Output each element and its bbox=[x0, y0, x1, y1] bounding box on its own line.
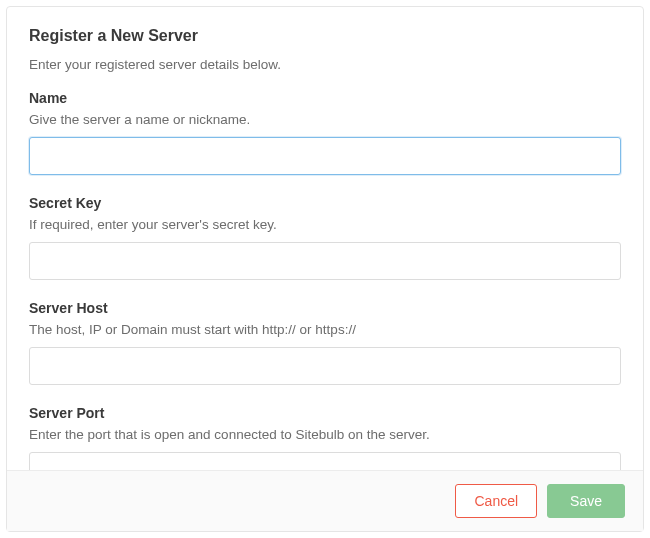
server-host-help: The host, IP or Domain must start with h… bbox=[29, 322, 621, 337]
register-server-modal: Register a New Server Enter your registe… bbox=[6, 6, 644, 532]
secret-key-help: If required, enter your server's secret … bbox=[29, 217, 621, 232]
server-host-label: Server Host bbox=[29, 300, 621, 316]
server-host-input[interactable] bbox=[29, 347, 621, 385]
server-port-input[interactable] bbox=[29, 452, 621, 470]
modal-footer: Cancel Save bbox=[7, 470, 643, 531]
field-server-port: Server Port Enter the port that is open … bbox=[29, 405, 621, 470]
name-input[interactable] bbox=[29, 137, 621, 175]
field-name: Name Give the server a name or nickname. bbox=[29, 90, 621, 175]
secret-key-label: Secret Key bbox=[29, 195, 621, 211]
modal-body: Register a New Server Enter your registe… bbox=[7, 7, 643, 470]
modal-subtitle: Enter your registered server details bel… bbox=[29, 57, 621, 72]
field-server-host: Server Host The host, IP or Domain must … bbox=[29, 300, 621, 385]
name-label: Name bbox=[29, 90, 621, 106]
save-button[interactable]: Save bbox=[547, 484, 625, 518]
name-help: Give the server a name or nickname. bbox=[29, 112, 621, 127]
server-port-help: Enter the port that is open and connecte… bbox=[29, 427, 621, 442]
server-port-label: Server Port bbox=[29, 405, 621, 421]
secret-key-input[interactable] bbox=[29, 242, 621, 280]
cancel-button[interactable]: Cancel bbox=[455, 484, 537, 518]
field-secret-key: Secret Key If required, enter your serve… bbox=[29, 195, 621, 280]
modal-title: Register a New Server bbox=[29, 27, 621, 45]
